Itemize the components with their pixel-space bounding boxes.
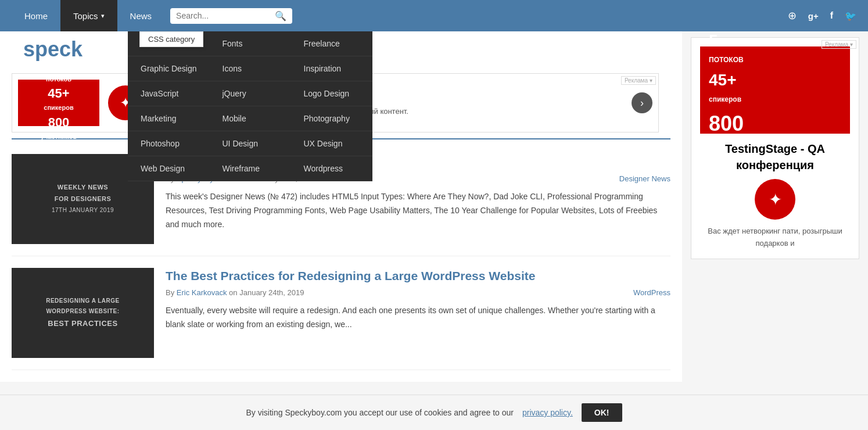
sidebar: Реклама ▾ 5 ПОТОКОВ 45+ спикеров 800 УЧА… [682, 31, 868, 382]
search-icon[interactable]: 🔍 [275, 10, 286, 21]
sidebar-ad-image: 5 ПОТОКОВ 45+ спикеров 800 УЧАСТНИКОВ [700, 46, 850, 134]
ad-image-line6: участников [41, 132, 77, 142]
nav-home[interactable]: Home [12, 0, 60, 31]
ad-image-line2: потоков [46, 74, 71, 84]
google-plus-icon[interactable]: g+ [808, 11, 819, 21]
ad-next-button[interactable]: › [632, 92, 652, 113]
ad-image-line1: 5 [57, 64, 60, 74]
topics-dropdown: CSS Graphic Design JavaScript Marketing … [128, 31, 372, 181]
article-date-2: January 24th, 2019 [239, 288, 304, 297]
sidebar-ad-label: Реклама ▾ [822, 40, 856, 49]
sidebar-img-line3: 45+ [709, 67, 737, 94]
article-thumbnail[interactable]: REDESIGNING A LARGEWORDPRESS WEBSITE:BES… [12, 268, 154, 358]
dropdown-freelance[interactable]: Freelance [291, 31, 372, 56]
facebook-icon[interactable]: f [830, 10, 833, 21]
ad-label-text: Реклама [625, 77, 648, 84]
search-bar[interactable]: 🔍 [170, 8, 292, 24]
dropdown-mobile[interactable]: Mobile [210, 106, 291, 131]
article-byline-2: By Eric Karkovack on January 24th, 2019 [166, 288, 304, 297]
topics-arrow: ▾ [101, 12, 105, 20]
dropdown-col-2: Fonts Icons jQuery Mobile UI Design Wire… [210, 31, 291, 181]
thumb-text-2: REDESIGNING A LARGEWORDPRESS WEBSITE:BES… [46, 296, 120, 330]
sidebar-ad-chevron-icon[interactable]: ▾ [850, 41, 853, 48]
dropdown-wordpress[interactable]: Wordpress [291, 156, 372, 181]
dropdown-photoshop[interactable]: Photoshop [128, 131, 210, 156]
article-excerpt-2: Eventually, every website will require a… [166, 304, 670, 332]
twitter-icon[interactable]: 🐦 [845, 10, 856, 21]
search-input[interactable] [176, 11, 272, 20]
dropdown-photography[interactable]: Photography [291, 106, 372, 131]
article-tag-2[interactable]: WordPress [633, 288, 670, 297]
sidebar-ad-logo-icon [755, 179, 795, 220]
ad-label: Реклама ▾ [621, 76, 656, 85]
ad-image-line4: спикеров [44, 103, 73, 113]
dropdown-graphic-design[interactable]: Graphic Design [128, 56, 210, 81]
dropdown-wireframe[interactable]: Wireframe [210, 156, 291, 181]
article-meta-2: By Eric Karkovack on January 24th, 2019 … [166, 288, 670, 297]
sidebar-ad-desc: Вас ждет нетворкинг пати, розыгрыши пода… [700, 225, 850, 250]
thumb-text-1: WEEKLY NEWSFOR DESIGNERS17th JANUARY 201… [52, 182, 114, 216]
dropdown-icons[interactable]: Icons [210, 56, 291, 81]
ad-image-line3: 45+ [48, 84, 69, 103]
dropdown-logo-design[interactable]: Logo Design [291, 81, 372, 106]
article-row: REDESIGNING A LARGEWORDPRESS WEBSITE:BES… [12, 256, 670, 370]
navbar: Home Topics ▾ News 🔍 ⊕ g+ f 🐦 [0, 0, 868, 31]
dropdown-web-design[interactable]: Web Design [128, 156, 210, 181]
topics-label: Topics [73, 11, 98, 21]
dropdown-inspiration[interactable]: Inspiration [291, 56, 372, 81]
ad-label-chevron-icon[interactable]: ▾ [650, 77, 652, 84]
nav-left: Home Topics ▾ News 🔍 [12, 0, 292, 31]
ad-image: 5 потоков 45+ спикеров 800 участников [18, 80, 99, 126]
article-title-2[interactable]: The Best Practices for Redesigning a Lar… [166, 268, 670, 284]
sidebar-img-line4: спикеров [709, 94, 741, 105]
site-logo[interactable]: speck [23, 37, 83, 62]
dropdown-col-3: Freelance Inspiration Logo Design Photog… [291, 31, 372, 181]
sidebar-img-line2: ПОТОКОВ [709, 55, 744, 66]
sidebar-ad-label-text: Реклама [825, 41, 848, 48]
article-tag[interactable]: Designer News [619, 174, 670, 183]
article-content: The Best Practices for Redesigning a Lar… [166, 268, 670, 358]
dropdown-jquery[interactable]: jQuery [210, 81, 291, 106]
dropdown-javascript[interactable]: JavaScript [128, 81, 210, 106]
article-excerpt: This week's Designer News (№ 472) includ… [166, 190, 670, 231]
nav-topics[interactable]: Topics ▾ [60, 0, 117, 31]
dropdown-marketing[interactable]: Marketing [128, 106, 210, 131]
nav-right: ⊕ g+ f 🐦 [788, 9, 856, 22]
sidebar-ad: Реклама ▾ 5 ПОТОКОВ 45+ спикеров 800 УЧА… [691, 37, 859, 259]
ad-image-line5: 800 [48, 113, 70, 132]
rss-icon[interactable]: ⊕ [788, 9, 797, 22]
sidebar-img-line5: 800 [709, 107, 744, 141]
css-tooltip: CSS category [139, 31, 203, 47]
article-author-link-2[interactable]: Eric Karkovack [177, 288, 227, 297]
dropdown-ux-design[interactable]: UX Design [291, 131, 372, 156]
dropdown-ui-design[interactable]: UI Design [210, 131, 291, 156]
dropdown-col-1: CSS Graphic Design JavaScript Marketing … [128, 31, 210, 181]
sidebar-img-line1: 5 [709, 28, 718, 54]
dropdown-fonts[interactable]: Fonts [210, 31, 291, 56]
nav-news[interactable]: News [117, 0, 165, 31]
